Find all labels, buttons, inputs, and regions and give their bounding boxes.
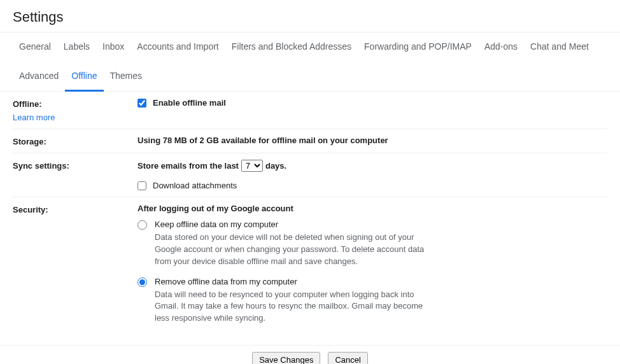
tab-labels[interactable]: Labels bbox=[57, 32, 96, 62]
storage-label: Storage: bbox=[13, 136, 137, 146]
sync-label: Sync settings: bbox=[13, 160, 137, 171]
security-option-body-1: Remove offline data from my computerData… bbox=[155, 277, 430, 325]
tab-filters-and-blocked-addresses[interactable]: Filters and Blocked Addresses bbox=[225, 32, 358, 62]
sync-suffix: days. bbox=[265, 161, 286, 171]
security-option-desc-0: Data stored on your device will not be d… bbox=[155, 232, 430, 268]
tab-inbox[interactable]: Inbox bbox=[96, 32, 130, 62]
row-security-body: After logging out of my Google account K… bbox=[137, 204, 607, 333]
tab-forwarding-and-pop-imap[interactable]: Forwarding and POP/IMAP bbox=[358, 32, 478, 62]
tab-add-ons[interactable]: Add-ons bbox=[478, 32, 524, 62]
security-heading: After logging out of my Google account bbox=[137, 204, 607, 213]
row-sync-body: Store emails from the last 7 days. Downl… bbox=[137, 160, 607, 190]
security-option-body-0: Keep offline data on my computerData sto… bbox=[155, 220, 430, 268]
enable-offline-checkbox[interactable] bbox=[137, 99, 146, 108]
settings-content: Offline: Learn more Enable offline mail … bbox=[0, 92, 620, 345]
sync-days-select[interactable]: 7 bbox=[241, 160, 263, 172]
row-security: Security: After logging out of my Google… bbox=[13, 197, 607, 340]
row-offline-body: Enable offline mail bbox=[137, 98, 607, 108]
page-title: Settings bbox=[13, 9, 607, 25]
enable-offline-label[interactable]: Enable offline mail bbox=[153, 98, 226, 108]
security-radio-1[interactable] bbox=[137, 277, 147, 287]
security-option-title-1: Remove offline data from my computer bbox=[155, 277, 430, 286]
storage-text: Using 78 MB of 2 GB available for offlin… bbox=[137, 136, 607, 145]
security-option-title-0: Keep offline data on my computer bbox=[155, 220, 430, 229]
security-label: Security: bbox=[13, 204, 137, 214]
download-attachments-checkbox[interactable] bbox=[137, 181, 146, 190]
download-attachments-label[interactable]: Download attachments bbox=[153, 181, 237, 190]
row-offline-label: Offline: Learn more bbox=[13, 98, 137, 122]
cancel-button[interactable]: Cancel bbox=[328, 352, 367, 364]
row-storage: Storage: Using 78 MB of 2 GB available f… bbox=[13, 129, 607, 153]
security-radio-0[interactable] bbox=[137, 220, 147, 230]
learn-more-link[interactable]: Learn more bbox=[13, 113, 137, 122]
security-option-1: Remove offline data from my computerData… bbox=[137, 277, 430, 325]
row-offline: Offline: Learn more Enable offline mail bbox=[13, 92, 607, 129]
tab-general[interactable]: General bbox=[13, 32, 57, 62]
settings-header: Settings bbox=[0, 0, 620, 32]
tab-offline[interactable]: Offline bbox=[65, 62, 103, 92]
footer: Save Changes Cancel bbox=[0, 345, 620, 364]
sync-prefix: Store emails from the last bbox=[137, 161, 239, 171]
tab-advanced[interactable]: Advanced bbox=[13, 62, 65, 92]
tabs: GeneralLabelsInboxAccounts and ImportFil… bbox=[0, 32, 620, 91]
tab-accounts-and-import[interactable]: Accounts and Import bbox=[130, 32, 225, 62]
offline-label-text: Offline: bbox=[13, 99, 42, 109]
tab-chat-and-meet[interactable]: Chat and Meet bbox=[524, 32, 595, 62]
save-button[interactable]: Save Changes bbox=[252, 352, 320, 364]
security-option-0: Keep offline data on my computerData sto… bbox=[137, 220, 430, 268]
security-option-desc-1: Data will need to be resynced to your co… bbox=[155, 289, 430, 325]
tabs-container: GeneralLabelsInboxAccounts and ImportFil… bbox=[0, 32, 620, 92]
tab-themes[interactable]: Themes bbox=[104, 62, 149, 92]
row-sync: Sync settings: Store emails from the las… bbox=[13, 153, 607, 197]
